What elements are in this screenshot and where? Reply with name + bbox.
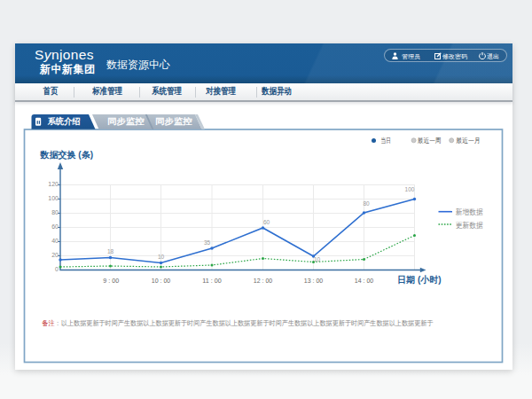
svg-text:备注：以上数据更新于时间产生数据以上数据更新于时间产生数据以: 备注：以上数据更新于时间产生数据以上数据更新于时间产生数据以上数据更新于时间产生… — [42, 319, 434, 327]
svg-text:14 : 00: 14 : 00 — [355, 277, 374, 285]
svg-text:11 : 00: 11 : 00 — [202, 277, 222, 285]
svg-text:18: 18 — [107, 248, 114, 254]
svg-text:10: 10 — [158, 254, 165, 260]
svg-text:40: 40 — [51, 238, 59, 244]
svg-text:10: 10 — [314, 256, 321, 262]
svg-text:更新数据: 更新数据 — [456, 221, 483, 230]
svg-text:80: 80 — [51, 209, 59, 215]
svg-text:系统介绍: 系统介绍 — [48, 116, 81, 126]
svg-text:新增数据: 新增数据 — [456, 207, 483, 216]
svg-text:0: 0 — [55, 266, 59, 272]
svg-text:数据交换 (条): 数据交换 (条) — [40, 150, 93, 160]
svg-text:最近一月: 最近一月 — [456, 137, 481, 145]
svg-text:最近一周: 最近一周 — [418, 137, 442, 145]
svg-text:12 : 00: 12 : 00 — [254, 277, 273, 285]
svg-text:当日: 当日 — [381, 137, 392, 145]
svg-text:日期 (小时): 日期 (小时) — [397, 275, 441, 285]
svg-text:60: 60 — [51, 223, 59, 230]
svg-text:100: 100 — [405, 186, 415, 192]
svg-text:35: 35 — [204, 239, 211, 246]
svg-text:20: 20 — [51, 252, 59, 258]
svg-text:120: 120 — [48, 181, 59, 187]
svg-text:10 : 00: 10 : 00 — [152, 277, 171, 285]
svg-text:同步监控: 同步监控 — [155, 116, 193, 126]
svg-text:同步监控: 同步监控 — [107, 116, 145, 126]
svg-text:9 : 00: 9 : 00 — [103, 277, 119, 285]
svg-text:80: 80 — [363, 200, 370, 207]
svg-text:100: 100 — [48, 195, 59, 201]
svg-text:13 : 00: 13 : 00 — [304, 277, 324, 285]
svg-text:60: 60 — [263, 219, 270, 225]
